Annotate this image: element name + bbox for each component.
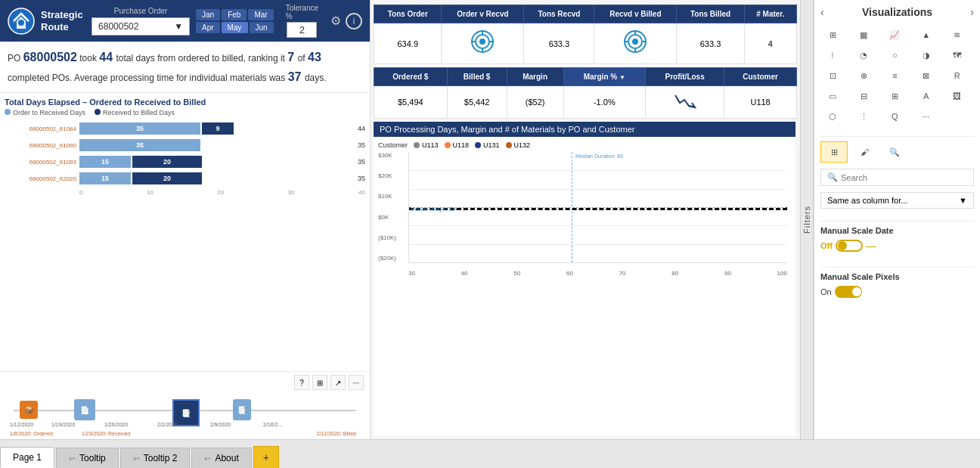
month-mar[interactable]: Mar	[248, 9, 273, 20]
viz-prev-btn[interactable]: ‹	[820, 6, 824, 18]
viz-icon-funnel[interactable]: ⊗	[851, 67, 876, 85]
tab-add-btn[interactable]: +	[253, 446, 279, 468]
logo-icon	[8, 8, 35, 35]
top-tables: Tons Order Order v Recvd Tons Recvd Recv…	[374, 5, 797, 119]
viz-tool-format[interactable]: 🖌	[851, 141, 878, 163]
tab-tooltip2-label: Tooltip 2	[144, 453, 178, 463]
month-jan[interactable]: Jan	[196, 9, 220, 20]
month-apr[interactable]: Apr	[196, 22, 220, 33]
filter-icon[interactable]: ⚙	[330, 14, 341, 28]
timeline-dates: 1/12/2020	[10, 422, 33, 427]
toggle-off[interactable]: Off —	[820, 240, 876, 252]
month-jun[interactable]: Jun	[250, 22, 274, 33]
viz-next-btn[interactable]: ›	[970, 6, 974, 18]
timeline-viz: 📦 📄 📑 📑 1/12/2020 1/19/2020 1/26/2020 2/…	[6, 393, 364, 435]
viz-icon-decomp[interactable]: ⋮	[851, 107, 876, 126]
left-panel: Strategic Route Purchase Order 68000502 …	[0, 0, 371, 439]
viz-icon-pie[interactable]: ◔	[851, 46, 876, 64]
viz-icon-bar[interactable]: ▦	[851, 26, 876, 44]
tab-tooltip[interactable]: ↩ Tooltip	[56, 448, 119, 468]
viz-icon-kpi[interactable]: R	[945, 67, 969, 85]
viz-icon-image[interactable]: 🖼	[945, 87, 969, 105]
viz-panel: ‹ Visualizations › ⊞ ▦ 📈 ▲ ≋ ⁝ ◔ ○ ◑ 🗺 ⊡…	[814, 0, 980, 439]
tolerance-area: Tolerance % 2	[286, 4, 318, 38]
td-tons-recvd: 633.3	[524, 23, 594, 64]
bar-row-0: 68000502_61084 35 9 44	[5, 122, 365, 135]
viz-tool-grid[interactable]: ⊞	[820, 141, 848, 163]
month-row-2: Apr May Jun	[196, 22, 274, 33]
info-icon[interactable]: i	[346, 13, 362, 29]
tolerance-value: 2	[287, 22, 317, 38]
viz-icon-gauge[interactable]: ◑	[914, 46, 938, 64]
toggle-on[interactable]: On	[820, 286, 862, 298]
month-feb[interactable]: Feb	[222, 9, 247, 20]
help-icon-btn[interactable]: ?	[294, 375, 309, 390]
bar-chart: 68000502_61084 35 9 44 68000502_61090 35…	[5, 119, 365, 188]
logo-text: Strategic Route	[41, 9, 83, 33]
viz-dropdown-label: Same as column for...	[827, 196, 907, 205]
toggle-off-label: Off	[820, 241, 833, 250]
summary-text: PO 68000502 took 44 total days from orde…	[0, 42, 370, 93]
td-tons-order: 634.9	[374, 23, 442, 64]
median-vertical-line	[572, 152, 572, 262]
viz-icon-table[interactable]: ⊞	[882, 87, 907, 105]
viz-icon-scatter[interactable]: ⁝	[820, 46, 845, 64]
axis-0: 0	[79, 189, 82, 196]
th-ordered: Ordered $	[374, 68, 448, 86]
viz-icon-stacked-bar[interactable]: ⊞	[820, 26, 845, 44]
bar-dark-3: 20	[132, 172, 202, 184]
viz-icon-qa[interactable]: Q	[882, 107, 907, 126]
scatter-section: PO Processing Days, Margin and # of Mate…	[374, 122, 795, 436]
viz-icon-slicer[interactable]: ⊟	[851, 87, 876, 105]
bar-row-1: 68000502_61090 35 35	[5, 139, 365, 151]
filters-bar[interactable]: Filters	[800, 0, 814, 439]
month-buttons: Jan Feb Mar Apr May Jun	[196, 9, 274, 33]
po-value: 68000502	[98, 21, 138, 32]
bar-container-3: 15 20	[79, 172, 352, 184]
tab-about[interactable]: ↩ About	[191, 448, 251, 468]
tab-page1[interactable]: Page 1	[0, 447, 54, 468]
viz-icon-donut[interactable]: ○	[882, 46, 907, 64]
top-table: Tons Order Order v Recvd Tons Recvd Recv…	[374, 5, 797, 64]
viz-icon-text[interactable]: A	[914, 87, 938, 105]
bar-label-1: 68000502_61090	[5, 142, 76, 149]
viz-icon-area[interactable]: ▲	[914, 26, 938, 44]
month-may[interactable]: May	[222, 22, 248, 33]
toggle-thumb-on	[852, 287, 861, 296]
toggle-track-on[interactable]	[835, 286, 862, 298]
td-mater: 4	[744, 23, 796, 64]
legend-light: Order to Received Days	[5, 109, 85, 116]
toggle-track-off[interactable]	[836, 240, 863, 252]
viz-icon-ribbon[interactable]: ≋	[945, 26, 969, 44]
bar-container-2: 15 20	[79, 156, 352, 168]
filter-icon-btn[interactable]: ⊞	[312, 375, 327, 390]
search-input[interactable]	[841, 173, 967, 182]
axis-20: 20	[217, 189, 224, 196]
svg-point-1	[18, 20, 24, 26]
viz-icon-more[interactable]: ···	[914, 107, 938, 126]
bar-total-2: 35	[358, 158, 365, 166]
svg-point-4	[479, 39, 485, 45]
more-icon-btn[interactable]: ···	[349, 375, 364, 390]
viz-icon-line[interactable]: 📈	[882, 26, 907, 44]
bar-light-0: 35	[79, 122, 200, 135]
td-recvd-billed-icon	[594, 23, 677, 64]
viz-icon-card[interactable]: ▭	[820, 87, 845, 105]
viz-tool-analyze[interactable]: 🔍	[881, 141, 908, 163]
viz-dropdown[interactable]: Same as column for... ▼	[820, 192, 974, 209]
viz-icon-shape[interactable]: ⬡	[820, 107, 845, 126]
timeline-date-6: 2/16/2...	[263, 422, 282, 427]
viz-icon-map[interactable]: 🗺	[945, 46, 969, 64]
filters-label: Filters	[802, 206, 811, 234]
bar-total-3: 35	[358, 175, 365, 182]
viz-icon-waterfall[interactable]: ≡	[882, 67, 907, 85]
median-duration-label: Median Duration: 60	[575, 153, 623, 159]
viz-icon-matrix[interactable]: ⊠	[914, 67, 938, 85]
po-dropdown[interactable]: 68000502 ▼	[91, 17, 190, 36]
export-icon-btn[interactable]: ↗	[330, 375, 346, 390]
viz-icon-treemap[interactable]: ⊡	[820, 67, 845, 85]
dash-icon: —	[866, 240, 876, 252]
tab-tooltip2[interactable]: ↩ Tooltip 2	[120, 448, 191, 468]
summary-of: of	[298, 53, 305, 64]
header-icons: ⚙ i	[330, 13, 362, 29]
